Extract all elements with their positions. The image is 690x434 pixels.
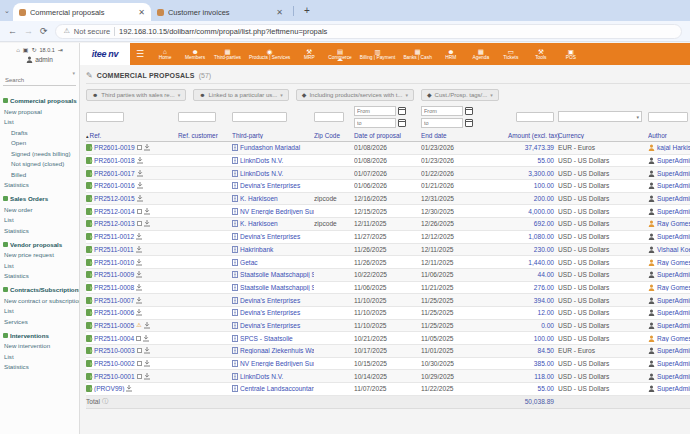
menu-item-products-services[interactable]: ◉ Products | Services	[245, 47, 294, 61]
zip-filter-input[interactable]	[314, 112, 344, 122]
third-party-link[interactable]: Devina's Enterprises	[240, 182, 300, 189]
sidebar-item-new-price-request[interactable]: New price request	[3, 251, 79, 258]
sidebar-section-title[interactable]: Interventions	[3, 332, 79, 339]
forward-icon[interactable]: →	[24, 26, 33, 36]
filter-chip[interactable]: ☻ Third parties with sales re... ▾	[86, 89, 186, 101]
info-icon[interactable]: ⓘ	[102, 397, 108, 406]
proposal-ref-link[interactable]: PR2511-0007	[94, 297, 134, 304]
download-icon[interactable]	[137, 170, 143, 177]
menu-item-agenda[interactable]: ▦ Agenda	[466, 47, 496, 61]
sidebar-item-drafts[interactable]: Drafts	[3, 129, 79, 136]
sidebar-item-statistics[interactable]: Statistics	[3, 272, 79, 279]
calendar-icon[interactable]	[465, 107, 473, 115]
author-link[interactable]: SuperAdmin	[657, 182, 690, 189]
menu-item-mrp[interactable]: ⚒ MRP	[294, 47, 324, 61]
column-header-zip[interactable]: Zip Code	[314, 132, 354, 139]
reload-icon[interactable]: ⟳	[40, 26, 48, 36]
sidebar-item-not-signed-closed[interactable]: Not signed (closed)	[3, 160, 79, 167]
date-to-input[interactable]	[354, 118, 396, 128]
download-icon[interactable]	[137, 157, 143, 164]
author-link[interactable]: Ray Gomes	[657, 284, 690, 291]
author-link[interactable]: Vishaal Koenjbeha	[657, 246, 690, 253]
author-link[interactable]: SuperAdmin	[657, 309, 690, 316]
generated-document-icon[interactable]	[137, 209, 142, 214]
generated-document-icon[interactable]	[137, 221, 142, 226]
third-party-link[interactable]: Staatsolie Maatschappij Suri...	[240, 284, 314, 291]
third-party-link[interactable]: LinknDots N.V.	[240, 157, 283, 164]
proposal-ref-link[interactable]: PR2512-0015	[94, 195, 135, 202]
download-icon[interactable]	[136, 271, 142, 278]
download-icon[interactable]	[136, 246, 142, 253]
third-party-link[interactable]: NV Energie Bedrijven Surina...	[240, 208, 314, 215]
menu-item-billing-payment[interactable]: ▥ Billing | Payment	[356, 47, 400, 61]
tab-commercial-proposals[interactable]: Commercial proposals ✕	[13, 3, 151, 21]
download-icon[interactable]	[136, 284, 142, 291]
author-link[interactable]: SuperAdmin	[657, 208, 690, 215]
download-icon[interactable]	[136, 309, 142, 316]
sidebar-item-statistics[interactable]: Statistics	[3, 363, 79, 370]
calendar-icon[interactable]	[465, 119, 473, 127]
proposal-ref-link[interactable]: PR2511-0008	[94, 284, 134, 291]
column-header-amount[interactable]: Amount (excl. tax)	[508, 132, 558, 139]
not-secure-warning-icon[interactable]: ⚠	[64, 27, 70, 35]
sidebar-item-new-order[interactable]: New order	[3, 206, 79, 213]
tab-close-icon[interactable]: ✕	[138, 8, 145, 17]
ref-customer-filter-input[interactable]	[178, 112, 216, 122]
proposal-ref-link[interactable]: PR2511-0011	[94, 246, 134, 253]
third-party-link[interactable]: LinknDots N.V.	[240, 170, 283, 177]
proposal-ref-link[interactable]: PR2510-0002	[94, 360, 135, 367]
third-party-link[interactable]: Hakrinbank	[240, 246, 273, 253]
proposal-ref-link[interactable]: PR2511-0004	[94, 335, 134, 342]
author-link[interactable]: SuperAdmin	[657, 360, 690, 367]
third-party-link[interactable]: K. Harkisoen	[240, 220, 278, 227]
proposal-ref-link[interactable]: PR2510-0001	[94, 373, 135, 380]
third-party-link[interactable]: Centrale Landsaccountantsd...	[240, 385, 314, 392]
date-from-input[interactable]	[421, 106, 463, 116]
author-link[interactable]: Ray Gomes	[657, 220, 690, 227]
proposal-ref-link[interactable]: PR2511-0006	[94, 309, 134, 316]
download-icon[interactable]	[137, 195, 143, 202]
sidebar-item-new-intervention[interactable]: New intervention	[3, 342, 79, 349]
author-link[interactable]: SuperAdmin	[657, 347, 690, 354]
download-icon[interactable]	[126, 385, 132, 392]
proposal-ref-link[interactable]: PR2601-0017	[94, 170, 135, 177]
sidebar-item-list[interactable]: List	[3, 216, 79, 223]
author-link[interactable]: Ray Gomes	[657, 259, 690, 266]
sidebar-item-statistics[interactable]: Statistics	[3, 227, 79, 234]
sidebar-item-statistics[interactable]: Statistics	[3, 181, 79, 188]
proposal-ref-link[interactable]: (PROV99)	[94, 385, 124, 392]
proposal-ref-link[interactable]: PR2601-0018	[94, 157, 135, 164]
sidebar-item-open[interactable]: Open	[3, 139, 79, 146]
proposal-ref-link[interactable]: PR2511-0005	[94, 322, 134, 329]
lock-icon[interactable]: ▣	[23, 46, 29, 53]
filter-chip[interactable]: ◆ Cust./Prosp. tags/... ▾	[421, 89, 499, 101]
proposal-ref-link[interactable]: PR2601-0019	[94, 144, 135, 151]
menu-item-commerce[interactable]: ▤ Commerce	[324, 47, 355, 61]
proposal-ref-link[interactable]: PR2511-0012	[94, 233, 134, 240]
third-party-link[interactable]: Fundashon Mariadal	[240, 144, 300, 151]
ref-filter-input[interactable]	[86, 112, 124, 122]
search-input[interactable]	[3, 75, 76, 86]
company-logo[interactable]: itee nv	[80, 43, 130, 65]
generated-document-icon[interactable]	[137, 361, 142, 366]
generated-document-icon[interactable]	[136, 336, 141, 341]
menu-item-tickets[interactable]: ▭ Tickets	[496, 47, 526, 61]
column-header-ref[interactable]: ▴Ref.	[86, 132, 178, 139]
menu-item-tools[interactable]: ⚒ Tools	[526, 47, 556, 61]
third-party-link[interactable]: Devina's Enterprises	[240, 297, 300, 304]
download-icon[interactable]	[136, 233, 142, 240]
author-link[interactable]: SuperAdmin	[657, 385, 690, 392]
proposal-ref-link[interactable]: PR2512-0013	[94, 220, 135, 227]
download-icon[interactable]	[144, 347, 150, 354]
proposal-ref-link[interactable]: PR2601-0016	[94, 182, 135, 189]
sidebar-section-title[interactable]: Vendor proposals	[3, 241, 79, 248]
column-header-end-date[interactable]: End date	[421, 132, 508, 139]
proposal-ref-link[interactable]: PR2510-0003	[94, 347, 135, 354]
chevron-down-icon[interactable]: ▾	[72, 70, 75, 76]
sidebar-item-list[interactable]: List	[3, 262, 79, 269]
column-header-ref-customer[interactable]: Ref. customer	[178, 132, 232, 139]
third-party-link[interactable]: Regionaal Ziekenhuis Wanica	[240, 347, 314, 354]
sidebar-item-new-proposal[interactable]: New proposal	[3, 108, 79, 115]
author-link[interactable]: Ray Gomes	[657, 335, 690, 342]
third-party-link[interactable]: SPCS - Staatsolie	[240, 335, 293, 342]
